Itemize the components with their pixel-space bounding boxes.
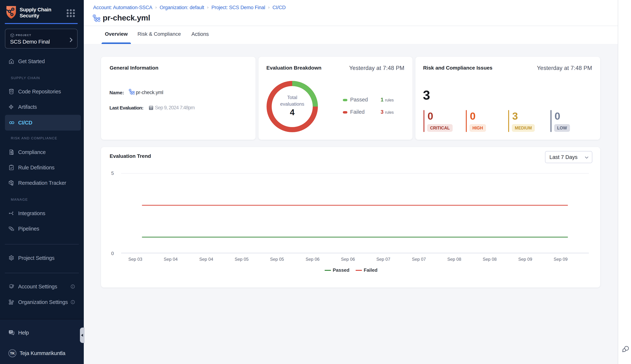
svg-text:?: ?: [10, 330, 12, 333]
